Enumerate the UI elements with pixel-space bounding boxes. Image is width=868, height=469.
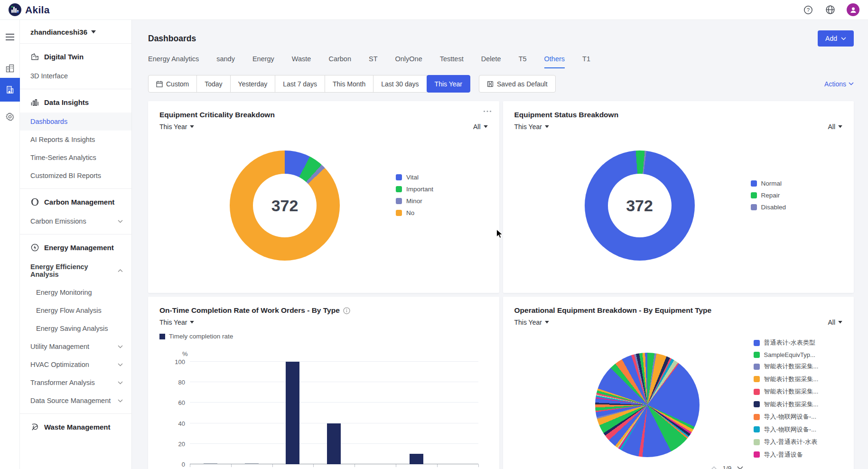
- period-dropdown[interactable]: This Year: [159, 319, 194, 326]
- sidebar-item-time-series[interactable]: Time-Series Analytics: [20, 149, 131, 167]
- bar-column: [190, 362, 231, 464]
- legend-pager: 1/9: [711, 465, 819, 469]
- filter-yesterday[interactable]: Yesterday: [230, 75, 276, 93]
- tab-energy-analytics[interactable]: Energy Analytics: [148, 55, 199, 68]
- bar[interactable]: [327, 423, 341, 464]
- legend-item[interactable]: Vital: [396, 174, 433, 181]
- legend-item[interactable]: 导入-物联网设备-...: [754, 413, 819, 421]
- buildings-icon[interactable]: [0, 59, 20, 78]
- tab-testtest[interactable]: Testtest: [440, 55, 464, 68]
- card-more-menu-icon[interactable]: [483, 106, 492, 114]
- scope-dropdown[interactable]: All: [828, 123, 842, 131]
- legend-item[interactable]: 智能表计数据采集...: [754, 387, 819, 396]
- info-icon[interactable]: [343, 307, 350, 314]
- scope-dropdown[interactable]: All: [473, 123, 488, 131]
- bar[interactable]: [410, 454, 423, 464]
- tab-sandy[interactable]: sandy: [216, 55, 235, 68]
- legend-item[interactable]: SampleEquivTyp...: [754, 351, 819, 358]
- scope-dropdown[interactable]: All: [828, 319, 842, 326]
- app-logo[interactable]: Akila: [9, 3, 50, 16]
- section-carbon-management[interactable]: Carbon Management: [20, 192, 131, 212]
- tab-waste[interactable]: Waste: [292, 55, 311, 68]
- period-dropdown[interactable]: This Year: [514, 319, 549, 326]
- x-axis-tick: [437, 464, 438, 467]
- help-icon[interactable]: ?: [803, 5, 813, 15]
- sidebar-item-energy-monitoring[interactable]: Energy Monitoring: [20, 283, 131, 301]
- site-selector[interactable]: zhandianceshi36: [20, 20, 131, 43]
- bar-chart-plot[interactable]: % 020406080100: [190, 362, 478, 464]
- hamburger-menu-icon[interactable]: [0, 28, 20, 47]
- tab-others[interactable]: Others: [544, 55, 565, 68]
- legend-page-up-icon[interactable]: [711, 466, 717, 469]
- period-dropdown[interactable]: This Year: [514, 123, 549, 131]
- tab-energy[interactable]: Energy: [252, 55, 274, 68]
- logo-icon: [9, 3, 21, 16]
- sidebar-item-energy-flow[interactable]: Energy Flow Analysis: [20, 301, 131, 319]
- filter-last-30-days[interactable]: Last 30 days: [373, 75, 427, 93]
- sidebar-item-carbon-emissions[interactable]: Carbon Emissions: [20, 212, 131, 230]
- sidebar-item-ai-reports[interactable]: AI Reports & Insights: [20, 131, 131, 149]
- language-globe-icon[interactable]: [825, 5, 835, 15]
- tab-delete[interactable]: Delete: [481, 55, 501, 68]
- sidebar-item-data-source-management[interactable]: Data Source Management: [20, 392, 131, 410]
- tab-onlyone[interactable]: OnlyOne: [395, 55, 422, 68]
- sidebar-item-3d-interface[interactable]: 3D Interface: [20, 67, 131, 85]
- legend-item[interactable]: Important: [396, 186, 433, 193]
- actions-menu[interactable]: Actions: [824, 80, 854, 88]
- series-legend[interactable]: Timely completion rate: [159, 333, 488, 340]
- legend-item[interactable]: 导入-普通表计-水表: [754, 438, 819, 446]
- section-digital-twin[interactable]: Digital Twin: [20, 47, 131, 67]
- donut-chart[interactable]: 372: [230, 150, 340, 261]
- sidebar-item-hvac-optimization[interactable]: HVAC Optimization: [20, 356, 131, 374]
- filter-last-7-days[interactable]: Last 7 days: [275, 75, 325, 93]
- legend-item[interactable]: Minor: [396, 197, 433, 205]
- bar[interactable]: [204, 463, 217, 464]
- legend-item[interactable]: Repair: [751, 192, 786, 199]
- card-on-time-completion: On-Time Completion Rate of Work Orders -…: [148, 297, 499, 469]
- legend-label: Timely completion rate: [169, 333, 233, 340]
- legend-item[interactable]: No: [396, 209, 433, 216]
- filter-this-month[interactable]: This Month: [325, 75, 373, 93]
- filter-custom[interactable]: Custom: [148, 75, 197, 93]
- section-energy-management[interactable]: Energy Management: [20, 237, 131, 258]
- sidebar-item-customized-bi[interactable]: Customized BI Reports: [20, 167, 131, 185]
- sidebar-item-energy-saving[interactable]: Energy Saving Analysis: [20, 319, 131, 338]
- bar[interactable]: [245, 463, 259, 464]
- building-document-icon[interactable]: [0, 78, 20, 102]
- legend-item[interactable]: 智能表计数据采集...: [754, 362, 819, 371]
- waste-leaf-icon: [30, 422, 39, 431]
- period-dropdown[interactable]: This Year: [159, 123, 194, 131]
- legend-item[interactable]: Normal: [751, 180, 786, 187]
- legend-swatch: [751, 204, 757, 210]
- filter-this-year[interactable]: This Year: [427, 75, 470, 93]
- sidebar-item-transformer-analysis[interactable]: Transformer Analysis: [20, 374, 131, 392]
- legend-item[interactable]: Disabled: [751, 204, 786, 211]
- chevron-down-icon: [849, 82, 854, 85]
- user-avatar[interactable]: [847, 3, 859, 16]
- bar[interactable]: [286, 362, 299, 464]
- legend-item[interactable]: 智能表计数据采集...: [754, 400, 819, 409]
- filter-today[interactable]: Today: [196, 75, 230, 93]
- add-button[interactable]: Add: [818, 30, 854, 47]
- legend-item[interactable]: 智能表计数据采集...: [754, 375, 819, 384]
- legend-page-down-icon[interactable]: [737, 466, 743, 469]
- sidebar-item-energy-efficiency[interactable]: Energy Efficiency Analysis: [20, 258, 131, 283]
- legend-item[interactable]: 普通表计-水表类型: [754, 338, 819, 347]
- settings-gear-icon[interactable]: [0, 107, 20, 126]
- bars-layer: [190, 362, 478, 464]
- sidebar-item-utility-management[interactable]: Utility Management: [20, 338, 131, 356]
- tab-t1[interactable]: T1: [582, 55, 590, 68]
- tab-carbon[interactable]: Carbon: [328, 55, 351, 68]
- section-data-insights[interactable]: Data Insights: [20, 92, 131, 113]
- legend-item[interactable]: 导入-物联网设备-...: [754, 425, 819, 434]
- sidebar-item-dashboards[interactable]: Dashboards: [20, 113, 131, 131]
- donut-chart[interactable]: 372: [585, 150, 695, 261]
- legend-item[interactable]: 导入-普通设备: [754, 450, 819, 459]
- tab-t5[interactable]: T5: [519, 55, 527, 68]
- bar-column: [272, 362, 314, 464]
- tab-st[interactable]: ST: [369, 55, 378, 68]
- pie-chart[interactable]: [595, 353, 700, 457]
- legend-swatch: [754, 352, 760, 358]
- saved-as-default-button[interactable]: Saved as Default: [479, 75, 556, 93]
- section-waste-management[interactable]: Waste Management: [20, 417, 131, 437]
